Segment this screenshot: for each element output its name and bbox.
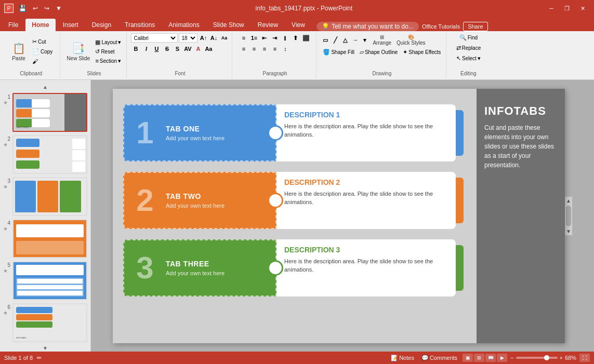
redo-icon[interactable]: ↪ bbox=[42, 4, 51, 13]
zoom-in-button[interactable]: + bbox=[560, 355, 563, 361]
increase-font-button[interactable]: A↑ bbox=[199, 33, 208, 43]
close-button[interactable]: ✕ bbox=[575, 3, 590, 14]
scroll-down-arrow[interactable]: ▼ bbox=[3, 345, 87, 351]
office-tutorials-link[interactable]: Office Tutorials bbox=[422, 23, 460, 30]
tell-me-bar[interactable]: 💡 Tell me what you want to do... bbox=[316, 22, 419, 31]
shape-outline-button[interactable]: ▱Shape Outline bbox=[358, 48, 400, 57]
scroll-thumb[interactable] bbox=[566, 206, 571, 226]
slideshow-button[interactable]: ▶ bbox=[497, 354, 507, 362]
notes-button[interactable]: 📝 Notes bbox=[389, 354, 416, 362]
statusbar-right: 📝 Notes 💬 Comments ▣ ⊞ 📖 ▶ − + 68% ⛶ bbox=[389, 354, 590, 362]
slide-thumb-img-2[interactable] bbox=[12, 135, 87, 174]
new-slide-button[interactable]: 📑 New Slide bbox=[64, 41, 92, 62]
select-button[interactable]: ↖Select▾ bbox=[454, 54, 483, 63]
tab-item-1[interactable]: 1 TAB ONE Add your own text here DESCRIP… bbox=[123, 104, 456, 161]
numbering-button[interactable]: 1≡ bbox=[249, 33, 259, 43]
font-color-button[interactable]: A bbox=[193, 44, 203, 53]
tab-item-2[interactable]: 2 TAB TWO Add your own text here DESCRIP… bbox=[123, 172, 456, 229]
arrange-button[interactable]: ⊞ Arrange bbox=[371, 33, 393, 47]
section-button[interactable]: ≡Section▾ bbox=[93, 57, 123, 65]
scroll-up-button[interactable]: ▲ bbox=[565, 197, 572, 205]
tab-animations[interactable]: Animations bbox=[162, 19, 205, 31]
slide-thumb-4[interactable]: 4 ★ bbox=[3, 219, 87, 258]
slide-thumb-2[interactable]: 2 ★ bbox=[3, 135, 87, 174]
restore-button[interactable]: ❐ bbox=[560, 3, 574, 14]
justify-button[interactable]: ≡ bbox=[270, 44, 280, 53]
bullets-button[interactable]: ≡ bbox=[239, 33, 248, 43]
slide-thumb-img-6[interactable]: INFOTABS bbox=[12, 303, 87, 342]
underline-button[interactable]: U bbox=[152, 44, 161, 53]
clear-format-button[interactable]: Aa bbox=[219, 33, 229, 43]
decrease-indent-button[interactable]: ⇤ bbox=[260, 33, 269, 43]
slide-thumb-img-3[interactable] bbox=[12, 177, 87, 216]
align-left-button[interactable]: ≡ bbox=[239, 44, 248, 53]
paste-button[interactable]: 📋 Paste bbox=[7, 41, 30, 62]
increase-indent-button[interactable]: ⇥ bbox=[270, 33, 280, 43]
decrease-font-button[interactable]: A↓ bbox=[209, 33, 218, 43]
slide-thumb-1[interactable]: 1 ★ INFOTABS bbox=[3, 93, 87, 132]
align-center-button[interactable]: ≡ bbox=[249, 44, 259, 53]
quick-styles-button[interactable]: 🎨 Quick Styles bbox=[394, 33, 428, 47]
bold-button[interactable]: B bbox=[131, 44, 140, 53]
italic-button[interactable]: I bbox=[141, 44, 151, 53]
format-painter-button[interactable]: 🖌 bbox=[30, 57, 55, 65]
slide-thumb-5[interactable]: 5 ★ bbox=[3, 261, 87, 300]
slide-sorter-button[interactable]: ⊞ bbox=[474, 354, 484, 362]
fit-to-window-button[interactable]: ⛶ bbox=[579, 354, 590, 362]
shape-effects-button[interactable]: ✦Shape Effects bbox=[401, 48, 443, 57]
strikethrough-button[interactable]: S bbox=[162, 44, 171, 53]
undo-icon[interactable]: ↩ bbox=[31, 4, 40, 13]
comments-button[interactable]: 💬 Comments bbox=[419, 354, 459, 362]
scroll-up-arrow[interactable]: ▲ bbox=[3, 84, 87, 90]
cut-button[interactable]: ✂Cut bbox=[30, 37, 55, 46]
text-direction-button[interactable]: ⬆ bbox=[291, 33, 300, 43]
shape-arrow[interactable]: → bbox=[350, 35, 360, 45]
shape-line[interactable]: ╱ bbox=[331, 35, 340, 45]
font-size-select[interactable]: 18 bbox=[179, 33, 197, 43]
slide-thumb-6[interactable]: 6 ★ INFOTABS bbox=[3, 303, 87, 342]
tab-review[interactable]: Review bbox=[252, 19, 284, 31]
shape-triangle[interactable]: △ bbox=[340, 35, 350, 45]
customize-icon[interactable]: ▼ bbox=[54, 4, 64, 13]
scroll-down-button[interactable]: ▼ bbox=[565, 227, 572, 235]
change-case-button[interactable]: Aa bbox=[204, 44, 213, 53]
zoom-slider[interactable] bbox=[516, 357, 558, 359]
smart-art-button[interactable]: ⬛ bbox=[301, 33, 311, 43]
reading-view-button[interactable]: 📖 bbox=[485, 354, 496, 362]
tab-slideshow[interactable]: Slide Show bbox=[207, 19, 250, 31]
share-button[interactable]: Share bbox=[463, 22, 487, 31]
columns-button[interactable]: ⫿ bbox=[281, 33, 290, 43]
align-right-button[interactable]: ≡ bbox=[260, 44, 269, 53]
slide-thumb-3[interactable]: 3 ★ bbox=[3, 177, 87, 216]
tab-item-3[interactable]: 3 TAB THREE Add your own text here DESCR… bbox=[123, 239, 456, 296]
font-family-select[interactable]: Calibri bbox=[131, 33, 178, 43]
line-spacing-button[interactable]: ↕ bbox=[281, 44, 290, 53]
replace-button[interactable]: ⇄Replace bbox=[454, 44, 483, 52]
tab-file[interactable]: File bbox=[2, 19, 24, 31]
tab-insert[interactable]: Insert bbox=[57, 19, 85, 31]
save-icon[interactable]: 💾 bbox=[17, 4, 29, 13]
shape-fill-button[interactable]: 🪣Shape Fill bbox=[321, 48, 356, 57]
slide-thumb-img-5[interactable] bbox=[12, 261, 87, 300]
tab-connector-3 bbox=[268, 260, 283, 276]
shape-rect[interactable]: ▭ bbox=[321, 35, 330, 45]
tab-transitions[interactable]: Transitions bbox=[118, 19, 161, 31]
find-button[interactable]: 🔍Find bbox=[457, 33, 480, 42]
shape-more[interactable]: ▾ bbox=[360, 35, 369, 45]
normal-view-button[interactable]: ▣ bbox=[463, 354, 473, 362]
tab-view[interactable]: View bbox=[285, 19, 311, 31]
tab-home[interactable]: Home bbox=[25, 19, 55, 31]
copy-button[interactable]: 📄Copy bbox=[30, 47, 55, 56]
char-spacing-button[interactable]: AV bbox=[183, 44, 192, 53]
text-shadow-button[interactable]: S bbox=[173, 44, 182, 53]
layout-button[interactable]: ▦Layout▾ bbox=[93, 38, 123, 47]
zoom-thumb[interactable] bbox=[544, 355, 549, 360]
tab-design[interactable]: Design bbox=[86, 19, 117, 31]
slide-thumb-img-1[interactable]: INFOTABS bbox=[12, 93, 87, 132]
minimize-button[interactable]: ─ bbox=[544, 3, 559, 14]
reset-button[interactable]: ↺Reset bbox=[93, 47, 123, 56]
zoom-out-button[interactable]: − bbox=[510, 355, 513, 361]
slides-content: 📑 New Slide ▦Layout▾ ↺Reset ≡Section▾ bbox=[64, 33, 123, 70]
slide-thumb-img-4[interactable] bbox=[12, 219, 87, 258]
slide-canvas[interactable]: INFOTABS Cut and paste these elements in… bbox=[113, 89, 565, 343]
